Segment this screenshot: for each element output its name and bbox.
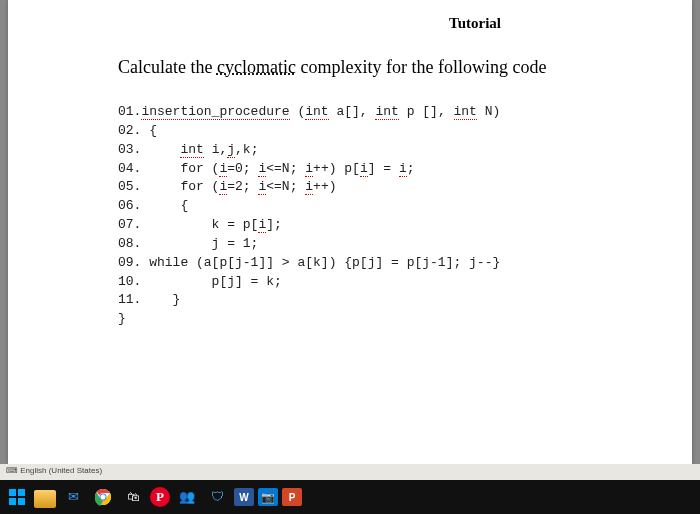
code-token: a — [329, 104, 345, 119]
code-token: ++) p[ — [313, 161, 360, 176]
code-line: 11. } — [118, 292, 180, 307]
code-token: ] = — [368, 161, 399, 176]
teams-icon[interactable]: 👥 — [174, 484, 200, 510]
start-button[interactable] — [4, 484, 30, 510]
svg-rect-3 — [18, 498, 25, 505]
code-token: i — [360, 161, 368, 177]
code-token: int — [375, 104, 398, 120]
question-text: Calculate the cyclomatic complexity for … — [118, 57, 662, 78]
code-token: ]; — [266, 217, 282, 232]
security-icon[interactable]: 🛡 — [204, 484, 230, 510]
question-underlined: cyclomatic — [217, 57, 296, 77]
code-token: i — [305, 161, 313, 177]
code-line: 08. j = 1; — [118, 236, 258, 251]
document-content: Tutorial Calculate the cyclomatic comple… — [8, 0, 692, 329]
code-line: } — [118, 311, 126, 326]
code-line: 02. { — [118, 123, 157, 138]
code-token: <=N; — [266, 161, 305, 176]
word-icon[interactable]: W — [234, 488, 254, 506]
code-token: <=N; — [266, 179, 305, 194]
code-token: 07. k = p[ — [118, 217, 258, 232]
svg-rect-2 — [9, 498, 16, 505]
camera-icon[interactable]: 📷 — [258, 488, 278, 506]
code-token: N) — [477, 104, 500, 119]
code-token: =2; — [227, 179, 258, 194]
code-token: 03. — [118, 142, 180, 157]
status-bar: ⌨ English (United States) — [0, 464, 700, 480]
taskbar: ✉ 🛍 P 👥 🛡 W 📷 P — [0, 480, 700, 514]
code-token: =0; — [227, 161, 258, 176]
code-token: i — [305, 179, 313, 195]
code-ln: 01. — [118, 104, 141, 119]
pinterest-icon[interactable]: P — [150, 487, 170, 507]
mail-icon[interactable]: ✉ — [60, 484, 86, 510]
code-token: p [], — [399, 104, 454, 119]
code-block: 01.insertion_procedure (int a[], int p [… — [118, 103, 662, 329]
document-page: Tutorial Calculate the cyclomatic comple… — [8, 0, 692, 464]
svg-point-6 — [101, 495, 106, 500]
code-token: ; — [407, 161, 415, 176]
code-token: 05. for ( — [118, 179, 219, 194]
code-line: 10. p[j] = k; — [118, 274, 282, 289]
code-token: ( — [290, 104, 306, 119]
svg-rect-1 — [18, 489, 25, 496]
code-token: i — [399, 161, 407, 177]
code-token: j — [227, 142, 235, 158]
powerpoint-icon[interactable]: P — [282, 488, 302, 506]
svg-rect-0 — [9, 489, 16, 496]
status-language: English (United States) — [20, 466, 102, 475]
code-line: 06. { — [118, 198, 188, 213]
code-token: 04. for ( — [118, 161, 219, 176]
statusbar-keyboard-icon: ⌨ — [6, 466, 20, 475]
code-token: ++) — [313, 179, 336, 194]
code-token: i — [204, 142, 220, 157]
slide-title: Tutorial — [288, 15, 662, 32]
code-token: insertion_procedure — [141, 104, 289, 120]
question-pre: Calculate the — [118, 57, 217, 77]
code-token: int — [305, 104, 328, 120]
code-token: int — [454, 104, 477, 120]
store-icon[interactable]: 🛍 — [120, 484, 146, 510]
file-explorer-icon[interactable] — [34, 490, 56, 508]
code-token: int — [180, 142, 203, 158]
code-line: 09. while (a[p[j-1]] > a[k]) {p[j] = p[j… — [118, 255, 500, 270]
question-post: complexity for the following code — [296, 57, 546, 77]
code-token: [], — [344, 104, 375, 119]
chrome-icon[interactable] — [90, 484, 116, 510]
code-token: ,k; — [235, 142, 258, 157]
